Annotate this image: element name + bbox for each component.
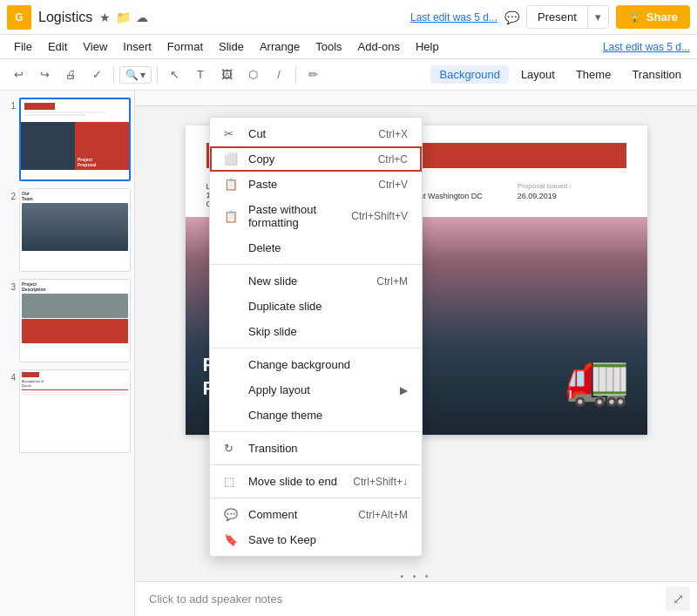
ctx-change-theme-label: Change theme (248, 409, 408, 422)
copy-icon: ⬜ (224, 152, 241, 166)
menu-file[interactable]: File (7, 38, 39, 55)
chat-icon[interactable]: 💬 (504, 10, 519, 24)
ctx-transition[interactable]: ↻ Transition (210, 436, 422, 461)
menu-format[interactable]: Format (160, 38, 210, 55)
slide-preview-3: ProjectDescription (19, 279, 131, 362)
ctx-paste[interactable]: 📋 Paste Ctrl+V (210, 172, 422, 197)
menu-edit[interactable]: Edit (41, 38, 74, 55)
ctx-paste-label: Paste (248, 178, 378, 191)
ctx-change-bg[interactable]: Change background (210, 352, 422, 377)
ctx-copy-shortcut: Ctrl+C (378, 153, 408, 166)
slide-thumbnail-1[interactable]: 1 ProjectProposal (3, 98, 131, 181)
last-edit-label[interactable]: Last edit was 5 d... (410, 11, 497, 24)
toolbar-transition-btn[interactable]: Transition (623, 65, 690, 84)
menu-insert[interactable]: Insert (116, 38, 159, 55)
menu-slide[interactable]: Slide (212, 38, 251, 55)
toolbar-divider-2 (157, 66, 158, 84)
ctx-divider-5 (210, 498, 422, 498)
ctx-cut[interactable]: ✂ Cut Ctrl+X (210, 121, 422, 146)
toolbar-theme-btn[interactable]: Theme (567, 65, 619, 84)
ctx-save-keep[interactable]: 🔖 Save to Keep (210, 527, 422, 552)
toolbar-print-btn[interactable]: 🖨 (59, 64, 82, 86)
slide-thumbnail-4[interactable]: 4 Acceptance ofQuote (3, 369, 131, 453)
ctx-new-slide[interactable]: New slide Ctrl+M (210, 268, 422, 294)
star-icon[interactable]: ★ (99, 10, 111, 24)
ruler-horizontal (135, 91, 697, 106)
comment-icon: 💬 (224, 508, 241, 521)
toolbar-right: Background Layout Theme Transition (430, 65, 690, 84)
title-icons: ★ 📁 ☁ (99, 10, 148, 24)
menu-arrange[interactable]: Arrange (253, 38, 307, 55)
menu-view[interactable]: View (76, 38, 114, 55)
toolbar-cursor-btn[interactable]: ↖ (163, 64, 186, 86)
ctx-copy[interactable]: ⬜ Copy Ctrl+C (210, 146, 422, 172)
slide-num-1: 1 (3, 101, 16, 111)
ctx-skip-slide[interactable]: Skip slide (210, 319, 422, 344)
slide-preview-2: OurTeam (19, 188, 131, 272)
slides-panel: 1 ProjectProposal (0, 91, 135, 616)
ctx-paste-format-label: Paste without formatting (248, 203, 351, 229)
speaker-notes[interactable]: • • • Click to add speaker notes ⤢ (135, 581, 697, 616)
slide-thumbnail-3[interactable]: 3 ProjectDescription (3, 279, 131, 362)
cloud-icon[interactable]: ☁ (136, 10, 148, 24)
save-keep-icon: 🔖 (224, 533, 241, 546)
ctx-new-slide-shortcut: Ctrl+M (376, 275, 408, 288)
transition-icon: ↻ (224, 442, 241, 455)
lock-icon: 🔒 (628, 11, 641, 24)
ctx-move-end[interactable]: ⬚ Move slide to end Ctrl+Shift+↓ (210, 469, 422, 494)
ctx-dup-slide[interactable]: Duplicate slide (210, 294, 422, 319)
ctx-save-keep-label: Save to Keep (248, 533, 408, 546)
ctx-delete-label: Delete (248, 241, 408, 254)
ctx-paste-format[interactable]: 📋 Paste without formatting Ctrl+Shift+V (210, 197, 422, 235)
folder-icon[interactable]: 📁 (116, 10, 131, 24)
toolbar-divider-3 (295, 66, 296, 84)
notes-expand-btn[interactable]: ⤢ (666, 586, 690, 611)
toolbar-background-btn[interactable]: Background (430, 65, 508, 84)
slide-thumbnail-2[interactable]: 2 OurTeam (3, 188, 131, 272)
slide-preview-4: Acceptance ofQuote (19, 369, 131, 453)
present-arrow-icon[interactable]: ▾ (587, 6, 608, 28)
ctx-change-theme[interactable]: Change theme (210, 403, 422, 428)
menu-help[interactable]: Help (409, 38, 446, 55)
ctx-cut-shortcut: Ctrl+X (378, 128, 408, 140)
proposal-col: Proposal Issued : 26.09.2019 (518, 182, 572, 208)
slide-num-3: 3 (3, 282, 16, 292)
proposal-label: Proposal Issued : (518, 182, 572, 190)
paste-format-icon: 📋 (224, 210, 241, 223)
main-content: 1 ProjectProposal (0, 91, 697, 616)
ctx-apply-layout-arrow: ▶ (400, 384, 408, 396)
zoom-level: ▾ (140, 69, 145, 81)
ctx-new-slide-label: New slide (248, 274, 376, 288)
toolbar-shapes-btn[interactable]: ⬡ (241, 64, 264, 86)
notes-handle: • • • (400, 572, 431, 581)
cut-icon: ✂ (224, 127, 241, 140)
title-bar: G Logistics ★ 📁 ☁ Last edit was 5 d... 💬… (0, 0, 697, 35)
ctx-apply-layout[interactable]: Apply layout ▶ (210, 377, 422, 403)
ctx-comment[interactable]: 💬 Comment Ctrl+Alt+M (210, 502, 422, 527)
toolbar-image-btn[interactable]: 🖼 (215, 64, 238, 86)
paste-icon: 📋 (224, 178, 241, 191)
ctx-transition-label: Transition (248, 442, 408, 455)
menu-addons[interactable]: Add-ons (351, 38, 407, 55)
share-button[interactable]: 🔒 Share (616, 5, 690, 29)
ctx-cut-label: Cut (248, 127, 378, 140)
last-edit[interactable]: Last edit was 5 d... (603, 41, 690, 53)
ctx-comment-shortcut: Ctrl+Alt+M (358, 509, 408, 521)
toolbar-layout-btn[interactable]: Layout (512, 65, 564, 84)
toolbar-undo-btn[interactable]: ↩ (7, 64, 30, 86)
menu-tools[interactable]: Tools (308, 38, 348, 55)
ctx-skip-slide-label: Skip slide (248, 325, 408, 338)
toolbar-line-btn[interactable]: / (267, 64, 290, 86)
ctx-comment-label: Comment (248, 508, 358, 521)
ctx-delete[interactable]: Delete (210, 235, 422, 261)
app-logo: G (7, 5, 31, 30)
present-button[interactable]: Present ▾ (526, 5, 609, 29)
toolbar-text-btn[interactable]: T (189, 64, 212, 86)
toolbar-zoom-select[interactable]: 🔍 ▾ (119, 66, 152, 84)
present-label: Present (527, 6, 587, 28)
ctx-paste-shortcut: Ctrl+V (378, 179, 408, 191)
ctx-move-end-shortcut: Ctrl+Shift+↓ (353, 476, 408, 488)
toolbar-spellcheck-btn[interactable]: ✓ (85, 64, 108, 86)
toolbar-redo-btn[interactable]: ↪ (33, 64, 56, 86)
toolbar-comment-btn[interactable]: ✏ (301, 64, 324, 86)
